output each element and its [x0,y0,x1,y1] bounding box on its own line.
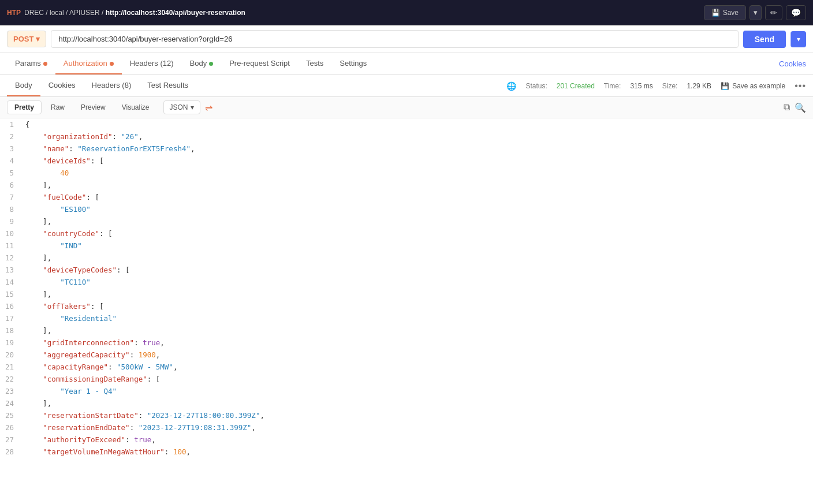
line-content: "Residential" [23,312,117,324]
line-content: "deviceIds": [ [23,155,104,167]
line-content: 40 [23,167,69,179]
line-number: 21 [0,361,23,373]
search-button[interactable]: 🔍 [795,102,806,113]
auth-dot [110,62,114,66]
code-line: 5 40 [0,167,813,179]
line-content: ], [23,215,51,227]
resp-tab-cookies[interactable]: Cookies [40,75,84,96]
top-bar: HTP DREC / local / APIUSER / http://loca… [0,0,813,25]
tab-pre-request-script[interactable]: Pre-request Script [221,53,298,74]
code-line: 4 "deviceIds": [ [0,155,813,167]
line-content: "TC110" [23,276,91,288]
line-content: { [23,118,30,130]
view-visualize-button[interactable]: Visualize [115,101,156,114]
line-number: 23 [0,385,23,397]
tab-settings[interactable]: Settings [331,53,375,74]
breadcrumb-endpoint: http://localhost:3040/api/buyer-reservat… [106,9,245,17]
send-button[interactable]: Send [743,31,786,48]
line-number: 7 [0,191,23,203]
line-number: 13 [0,264,23,276]
save-button[interactable]: 💾 Save [704,5,746,20]
view-raw-button[interactable]: Raw [44,101,72,114]
wrap-button[interactable]: ⇌ [205,102,212,113]
more-options-button[interactable]: ••• [795,81,806,91]
line-number: 5 [0,167,23,179]
code-line: 28 "targetVolumeInMegaWattHour": 100, [0,446,813,458]
tab-headers[interactable]: Headers (12) [122,53,182,74]
save-dropdown-button[interactable]: ▾ [749,5,762,20]
resp-tab-headers[interactable]: Headers (8) [84,75,140,96]
code-line: 14 "TC110" [0,276,813,288]
resp-tab-body[interactable]: Body [7,75,40,96]
line-content: "reservationStartDate": "2023-12-27T18:0… [23,409,264,421]
line-content: "gridInterconnection": true, [23,337,165,349]
line-number: 17 [0,312,23,324]
line-number: 12 [0,252,23,264]
line-content: ], [23,288,51,300]
send-dropdown-button[interactable]: ▾ [790,31,806,47]
code-line: 3 "name": "ReservationForEXT5Fresh4", [0,143,813,155]
line-number: 24 [0,397,23,409]
save-example-button[interactable]: 💾 Save as example [721,82,785,90]
request-tabs: Params Authorization Headers (12) Body P… [0,53,813,75]
response-tabs: Body Cookies Headers (8) Test Results 🌐 … [0,75,813,97]
app-logo: HTP [7,9,21,17]
line-number: 18 [0,324,23,337]
copy-button[interactable]: ⧉ [784,102,790,113]
code-line: 2 "organizationId": "26", [0,130,813,143]
line-number: 8 [0,203,23,215]
format-select[interactable]: JSON ▾ [163,100,200,114]
code-line: 8 "ES100" [0,203,813,215]
code-line: 24 ], [0,397,813,409]
line-content: "ES100" [23,203,91,215]
code-line: 12 ], [0,252,813,264]
line-content: "Year 1 - Q4" [23,385,117,397]
breadcrumb-drec: DREC [24,9,44,17]
code-line: 27 "authorityToExceed": true, [0,434,813,446]
code-line: 18 ], [0,324,813,337]
line-content: "offTakers": [ [23,300,104,312]
code-area[interactable]: 1{2 "organizationId": "26",3 "name": "Re… [0,118,813,493]
size-value: 1.29 KB [687,82,711,90]
comment-button[interactable]: 💬 [786,5,806,20]
code-line: 25 "reservationStartDate": "2023-12-27T1… [0,409,813,421]
line-number: 26 [0,421,23,434]
breadcrumb: DREC / local / APIUSER / http://localhos… [24,9,245,17]
line-content: "aggregatedCapacity": 1900, [23,349,160,361]
save-example-label: Save as example [732,82,785,90]
line-content: "capacityRange": "500kW - 5MW", [23,361,177,373]
code-line: 1{ [0,118,813,130]
line-content: "targetVolumeInMegaWattHour": 100, [23,446,191,458]
tab-params[interactable]: Params [7,53,55,74]
edit-button[interactable]: ✏ [765,5,782,20]
response-status: 🌐 Status: 201 Created Time: 315 ms Size:… [506,81,806,91]
line-number: 1 [0,118,23,130]
code-line: 21 "capacityRange": "500kW - 5MW", [0,361,813,373]
save-icon: 💾 [711,9,720,17]
line-content: "authorityToExceed": true, [23,434,156,446]
line-number: 22 [0,373,23,385]
size-label: Size: [662,82,678,90]
view-preview-button[interactable]: Preview [74,101,113,114]
view-pretty-button[interactable]: Pretty [7,100,42,114]
method-chevron-icon: ▾ [36,35,40,43]
breadcrumb-apiuser: APIUSER [69,9,100,17]
tab-tests[interactable]: Tests [298,53,331,74]
line-number: 9 [0,215,23,227]
line-number: 14 [0,276,23,288]
resp-tab-test-results[interactable]: Test Results [139,75,196,96]
url-input[interactable] [51,30,738,48]
code-line: 15 ], [0,288,813,300]
breadcrumb-local: local [50,9,64,17]
method-select[interactable]: POST ▾ [7,31,46,47]
line-number: 2 [0,130,23,143]
code-line: 7 "fuelCode": [ [0,191,813,203]
line-number: 4 [0,155,23,167]
code-line: 13 "deviceTypeCodes": [ [0,264,813,276]
tab-authorization[interactable]: Authorization [55,53,122,74]
code-line: 22 "commissioningDateRange": [ [0,373,813,385]
tab-body[interactable]: Body [182,53,222,74]
code-line: 17 "Residential" [0,312,813,324]
cookies-link[interactable]: Cookies [779,59,806,68]
code-line: 26 "reservationEndDate": "2023-12-27T19:… [0,421,813,434]
